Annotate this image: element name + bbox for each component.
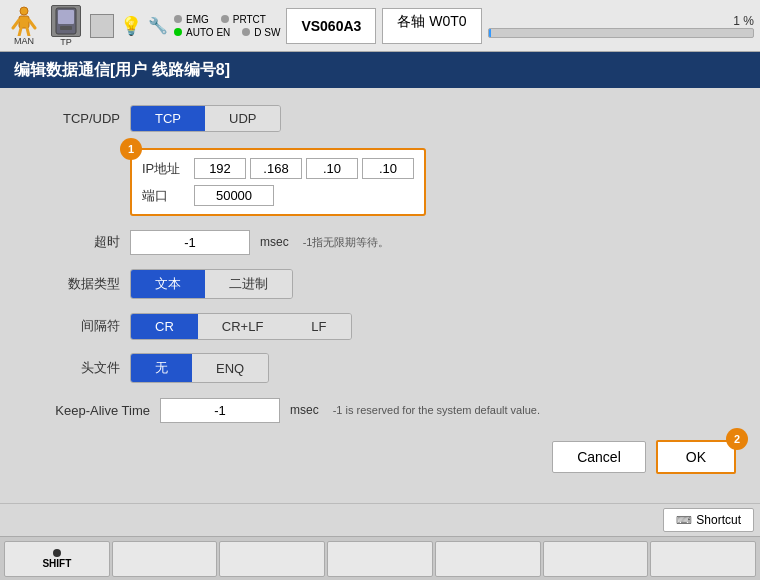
title-bar: 编辑数据通信[用户 线路编号8] — [0, 52, 760, 88]
timeout-input[interactable] — [130, 230, 250, 255]
enq-button[interactable]: ENQ — [192, 354, 268, 382]
shortcut-label: Shortcut — [696, 513, 741, 527]
text-button[interactable]: 文本 — [131, 270, 205, 298]
dsw-label: D SW — [254, 27, 280, 38]
device-button[interactable]: VS060A3 — [286, 8, 376, 44]
header-row: 头文件 无 ENQ — [20, 352, 740, 384]
svg-rect-1 — [19, 16, 29, 28]
keepalive-label: Keep-Alive Time — [20, 403, 150, 418]
ok-button[interactable]: OK — [656, 440, 736, 474]
tcp-udp-row: TCP/UDP TCP UDP — [20, 102, 740, 134]
prtct-label: PRTCT — [233, 14, 266, 25]
prtct-dot — [221, 15, 229, 23]
shortcut-icon: ⌨ — [676, 514, 692, 527]
man-label: MAN — [14, 36, 34, 46]
ip-address-row: IP地址 — [142, 158, 414, 179]
bulb-icon: 💡 — [120, 15, 142, 37]
toolbar-btn-5[interactable] — [435, 541, 541, 577]
square-icon — [90, 14, 114, 38]
tp-icon — [51, 5, 81, 37]
toolbar-btn-7[interactable] — [650, 541, 756, 577]
emg-dot — [174, 15, 182, 23]
header-label: 头文件 — [20, 359, 120, 377]
svg-rect-7 — [58, 10, 74, 24]
ip-field-4[interactable] — [362, 158, 414, 179]
data-type-label: 数据类型 — [20, 275, 120, 293]
svg-line-5 — [27, 28, 29, 36]
ok-badge: 2 — [726, 428, 748, 450]
percent-bar: 1 % — [488, 14, 754, 38]
emg-label: EMG — [186, 14, 209, 25]
ip-label: IP地址 — [142, 160, 190, 178]
shortcut-button[interactable]: ⌨ Shortcut — [663, 508, 754, 532]
tcp-button[interactable]: TCP — [131, 106, 205, 131]
toolbar-btn-6[interactable] — [543, 541, 649, 577]
keepalive-unit: msec — [290, 403, 319, 417]
timeout-hint: -1指无限期等待。 — [303, 235, 390, 250]
svg-line-4 — [19, 28, 21, 36]
cancel-button[interactable]: Cancel — [552, 441, 646, 473]
udp-button[interactable]: UDP — [205, 106, 280, 131]
svg-point-0 — [20, 7, 28, 15]
timeout-row: 超时 msec -1指无限期等待。 — [20, 226, 740, 258]
delimiter-toggle[interactable]: CR CR+LF LF — [130, 313, 352, 340]
autoen-dot — [174, 28, 182, 36]
keepalive-row: Keep-Alive Time msec -1 is reserved for … — [20, 394, 740, 426]
man-icon-group[interactable]: MAN — [6, 4, 42, 48]
main-content: TCP/UDP TCP UDP 1 IP地址 — [0, 88, 760, 503]
tp-label: TP — [60, 37, 72, 47]
shift-label: SHIFT — [42, 558, 71, 569]
svg-line-2 — [13, 20, 19, 28]
status-group: EMG PRTCT AUTO EN D SW — [174, 14, 280, 38]
cr-lf-button[interactable]: CR+LF — [198, 314, 288, 339]
progress-fill — [489, 29, 492, 37]
svg-rect-8 — [60, 26, 72, 30]
ip-field-3[interactable] — [306, 158, 358, 179]
axis-display: 各轴 W0T0 — [382, 8, 481, 44]
percent-label: 1 % — [488, 14, 754, 28]
ip-field-1[interactable] — [194, 158, 246, 179]
badge-1: 1 — [120, 138, 142, 160]
shift-button[interactable]: SHIFT — [4, 541, 110, 577]
toolbar-btn-3[interactable] — [219, 541, 325, 577]
keepalive-hint: -1 is reserved for the system default va… — [333, 404, 540, 416]
shortcut-bar: ⌨ Shortcut — [0, 503, 760, 536]
ok-button-wrapper: 2 OK — [656, 440, 736, 474]
timeout-label: 超时 — [20, 233, 120, 251]
port-label: 端口 — [142, 187, 190, 205]
lf-button[interactable]: LF — [287, 314, 350, 339]
progress-track — [488, 28, 754, 38]
header-toggle[interactable]: 无 ENQ — [130, 353, 269, 383]
tcp-udp-toggle[interactable]: TCP UDP — [130, 105, 281, 132]
autoen-label: AUTO EN — [186, 27, 230, 38]
ip-group: 1 IP地址 端口 — [130, 148, 426, 216]
tcp-udp-label: TCP/UDP — [20, 111, 120, 126]
shift-dot — [53, 549, 61, 557]
binary-button[interactable]: 二进制 — [205, 270, 292, 298]
dsw-dot — [242, 28, 250, 36]
ip-field-2[interactable] — [250, 158, 302, 179]
toolbar-btn-2[interactable] — [112, 541, 218, 577]
delimiter-label: 间隔符 — [20, 317, 120, 335]
top-bar: MAN TP 💡 🔧 EMG PRTCT — [0, 0, 760, 52]
wrench-icon: 🔧 — [148, 16, 168, 35]
page-title: 编辑数据通信[用户 线路编号8] — [14, 60, 230, 81]
port-input[interactable] — [194, 185, 274, 206]
tp-icon-group[interactable]: TP — [48, 4, 84, 48]
cr-button[interactable]: CR — [131, 314, 198, 339]
form-section: TCP/UDP TCP UDP 1 IP地址 — [20, 102, 740, 426]
data-type-row: 数据类型 文本 二进制 — [20, 268, 740, 300]
button-area: Cancel 2 OK — [20, 440, 740, 474]
data-type-toggle[interactable]: 文本 二进制 — [130, 269, 293, 299]
none-button[interactable]: 无 — [131, 354, 192, 382]
bottom-toolbar: SHIFT — [0, 536, 760, 580]
timeout-unit: msec — [260, 235, 289, 249]
keepalive-input[interactable] — [160, 398, 280, 423]
port-row: 端口 — [142, 185, 414, 206]
ip-port-row: 1 IP地址 端口 — [130, 148, 740, 216]
delimiter-row: 间隔符 CR CR+LF LF — [20, 310, 740, 342]
toolbar-btn-4[interactable] — [327, 541, 433, 577]
svg-line-3 — [29, 20, 35, 28]
